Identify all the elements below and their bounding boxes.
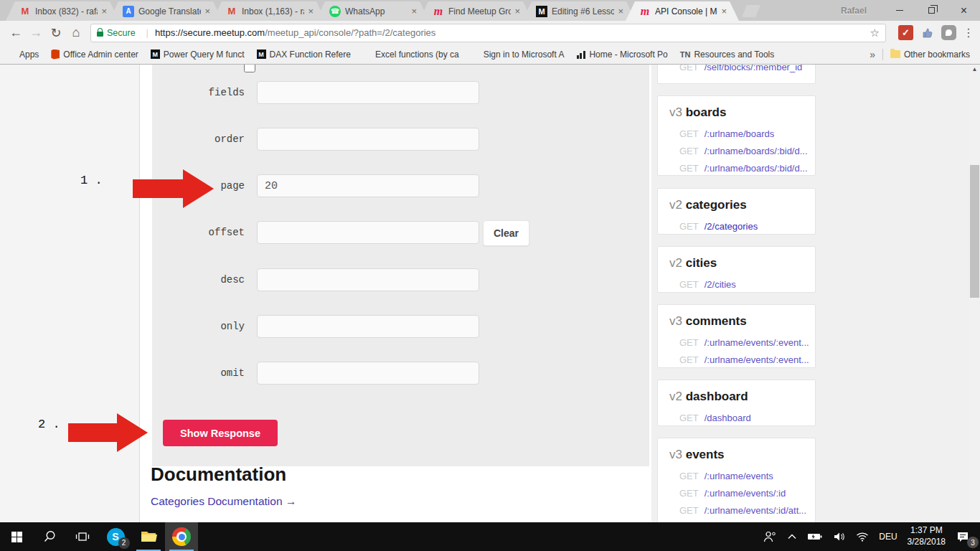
url-text[interactable]: https://secure.meetup.com/meetup_api/con… <box>155 27 866 38</box>
omit-input[interactable] <box>257 362 479 385</box>
taskbar-clock[interactable]: 1:37 PM 3/28/2018 <box>903 522 951 551</box>
endpoint-link[interactable]: /:urlname/boards/:bid/d... <box>705 163 808 174</box>
desc-input[interactable] <box>257 268 479 291</box>
clear-button[interactable]: Clear <box>483 220 529 246</box>
endpoint-row: GET/dashboard <box>658 410 815 426</box>
file-explorer-button[interactable] <box>132 522 165 551</box>
reload-button[interactable]: ↻ <box>46 23 66 43</box>
tab-close-icon[interactable]: × <box>411 6 417 16</box>
new-tab-button[interactable] <box>742 5 760 17</box>
like-extension-icon[interactable] <box>920 25 935 40</box>
volume-button[interactable] <box>828 522 851 551</box>
tab-close-icon[interactable]: × <box>101 6 107 16</box>
task-view-button[interactable] <box>66 522 99 551</box>
page-scrollbar[interactable]: ▲ <box>969 65 980 522</box>
tab-close-icon[interactable]: × <box>721 6 727 16</box>
chrome-menu-icon[interactable]: ⋮ <box>963 26 974 39</box>
bookmark-label: Office Admin center <box>63 50 138 60</box>
endpoint-list: GET/:urlname/events GET/:urlname/events/… <box>658 468 815 522</box>
endpoint-link[interactable]: /:urlname/events/:id/att... <box>705 505 806 516</box>
tab-close-icon[interactable]: × <box>204 6 210 16</box>
card-title: v2 categories <box>669 198 804 212</box>
chrome-button[interactable] <box>165 522 198 551</box>
categories-documentation-link[interactable]: Categories Documentation → <box>151 495 296 508</box>
tab-inbox-1163[interactable]: M Inbox (1,163) - rafa × <box>212 1 326 21</box>
bookmark-dax-reference[interactable]: M DAX Function Refere <box>257 50 351 60</box>
endpoint-link[interactable]: /:urlname/events/:event... <box>705 337 809 348</box>
endpoint-link[interactable]: /:urlname/boards/:bid/d... <box>705 146 808 156</box>
endpoint-link[interactable]: /:urlname/events/:event... <box>705 354 809 365</box>
param-checkbox[interactable] <box>244 65 255 72</box>
bookmark-excel-functions[interactable]: Excel functions (by ca <box>363 50 459 60</box>
tab-title: Editing #6 Lesson <box>552 6 614 17</box>
order-input[interactable] <box>257 128 479 151</box>
fields-input[interactable] <box>257 81 479 104</box>
tab-close-icon[interactable]: × <box>618 6 623 16</box>
skype-icon: S 2 <box>107 528 125 546</box>
tray-expand-button[interactable] <box>782 522 802 551</box>
endpoint-list: GET/:urlname/boards GET/:urlname/boards/… <box>658 126 815 176</box>
field-label-order: order <box>152 128 251 151</box>
address-bar[interactable]: Secure | https://secure.meetup.com/meetu… <box>90 24 886 42</box>
action-center-button[interactable]: 3 <box>951 522 980 551</box>
search-icon <box>42 529 57 544</box>
pocket-extension-icon[interactable] <box>941 25 956 40</box>
tab-find-meetup-group[interactable]: m Find Meetup Grou × <box>419 1 532 21</box>
show-response-button[interactable]: Show Response <box>163 420 278 446</box>
chrome-icon <box>172 527 191 546</box>
only-input[interactable] <box>257 315 479 338</box>
scrollbar-thumb[interactable] <box>970 165 979 298</box>
tab-inbox-832[interactable]: M Inbox (832) - rafae × <box>6 1 119 21</box>
taskbar-search-button[interactable] <box>33 522 66 551</box>
language-indicator[interactable]: DEU <box>874 522 902 551</box>
wifi-button[interactable] <box>851 522 874 551</box>
bookmark-sign-in-microsoft[interactable]: Sign in to Microsoft A <box>471 50 565 60</box>
battery-button[interactable] <box>802 522 828 551</box>
start-button[interactable] <box>0 522 33 551</box>
bookmark-home-microsoft-power[interactable]: Home - Microsoft Po <box>576 50 667 60</box>
endpoint-card-comments: v3 comments GET/:urlname/events/:event..… <box>657 304 816 368</box>
bookmark-tn-resources[interactable]: TN Resources and Tools <box>680 50 775 60</box>
close-button[interactable]: × <box>948 0 980 21</box>
bookmark-apps[interactable]: Apps <box>7 50 39 60</box>
endpoint-link[interactable]: /self/blocks/:member_id <box>705 65 803 72</box>
scrollbar-up-icon[interactable]: ▲ <box>969 66 980 72</box>
api-group-name: events <box>686 448 725 461</box>
back-button[interactable]: ← <box>6 23 26 43</box>
bookmark-office-admin[interactable]: Office Admin center <box>51 50 138 60</box>
minimize-button[interactable] <box>883 0 915 21</box>
bookmarks-overflow-chevron[interactable]: » <box>870 49 875 60</box>
offset-input[interactable] <box>257 221 479 244</box>
endpoint-link-selected[interactable]: /2/categories <box>705 221 758 232</box>
bookmark-star-icon[interactable]: ☆ <box>870 27 880 39</box>
profile-name[interactable]: Rafael <box>841 6 867 16</box>
tab-google-translate[interactable]: A Google Translate × <box>109 1 222 21</box>
http-method: GET <box>679 163 699 174</box>
secure-chip[interactable]: Secure <box>97 28 136 38</box>
endpoint-link[interactable]: /2/cities <box>705 279 736 290</box>
thumbs-up-icon <box>921 27 934 39</box>
page-input[interactable] <box>257 174 479 197</box>
endpoint-link[interactable]: /:urlname/events <box>705 471 773 481</box>
tab-close-icon[interactable]: × <box>308 6 314 16</box>
todo-extension-icon[interactable]: ✓ <box>898 25 913 40</box>
skype-button[interactable]: S 2 <box>99 522 132 551</box>
tab-api-console-active[interactable]: m API Console | Mee × <box>626 1 739 21</box>
endpoint-link[interactable]: /:urlname/boards <box>705 128 775 139</box>
forward-button[interactable]: → <box>26 23 46 43</box>
endpoint-link[interactable]: /:urlname/events/:id <box>705 488 786 499</box>
endpoint-link[interactable]: /dashboard <box>705 413 751 423</box>
tab-editing-lesson[interactable]: M Editing #6 Lesson × <box>522 1 636 21</box>
tab-whatsapp[interactable]: ☎ WhatsApp × <box>316 1 429 21</box>
notification-badge: 3 <box>967 537 979 548</box>
bookmark-power-query[interactable]: M Power Query M funct <box>151 50 245 60</box>
card-title: v3 comments <box>669 314 804 329</box>
restore-button[interactable] <box>915 0 948 21</box>
url-host: https://secure.meetup.com <box>155 27 265 38</box>
people-button[interactable] <box>758 522 782 551</box>
other-bookmarks-folder[interactable]: Other bookmarks <box>890 50 970 60</box>
http-method: GET <box>679 146 699 156</box>
tab-title: Google Translate <box>138 6 201 17</box>
tab-close-icon[interactable]: × <box>514 6 520 16</box>
home-button[interactable]: ⌂ <box>66 23 86 43</box>
